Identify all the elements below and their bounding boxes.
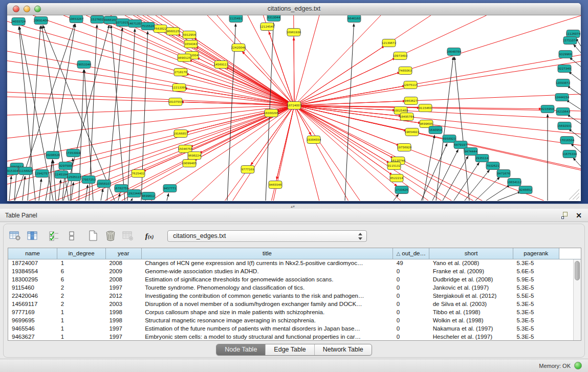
cell-in_degree[interactable]: 1 (57, 316, 106, 324)
cell-title[interactable]: Genome-wide association studies in ADHD. (141, 267, 393, 275)
function-icon[interactable]: f(x) (142, 229, 157, 243)
cell-pagerank[interactable]: 5.9E-5 (513, 275, 559, 283)
graph-node[interactable]: 9115460 (419, 104, 432, 112)
cell-name[interactable]: 9463627 (8, 333, 57, 341)
cell-pagerank[interactable]: 5.3E-5 (513, 259, 559, 267)
graph-node[interactable]: 12124549 (260, 23, 275, 31)
graph-node[interactable]: 9890125 (178, 54, 191, 62)
graph-node[interactable]: 10654112 (507, 179, 521, 186)
cell-title[interactable]: Tourette syndrome. Phenomenology and cla… (141, 283, 393, 292)
cell-year[interactable]: 2012 (105, 292, 141, 300)
cell-short[interactable]: Wolkin et al. (1998) (429, 316, 513, 324)
graph-node[interactable]: 9698224 (188, 152, 201, 160)
cell-year[interactable]: 2008 (105, 259, 141, 267)
cell-name[interactable]: 9777169 (8, 308, 57, 316)
cell-short[interactable]: Yano et al. (2008) (429, 259, 513, 267)
window-resize-grip-icon[interactable] (569, 189, 579, 200)
table-row[interactable]: 1872400712008Changes of HCN gene express… (8, 259, 581, 267)
network-graph-canvas[interactable]: 1872400712139672109734937485063129751159… (7, 15, 581, 201)
graph-node[interactable]: 9465546 (269, 181, 282, 189)
cell-out_de[interactable]: 0 (393, 300, 429, 308)
graph-node[interactable]: 1145194 (55, 171, 68, 179)
cell-in_degree[interactable]: 6 (57, 275, 106, 283)
graph-node[interactable]: 10653287 (69, 15, 84, 23)
tab-network-table[interactable]: Network Table (315, 344, 372, 355)
cell-out_de[interactable]: 49 (393, 259, 429, 267)
graph-node[interactable]: 14569117 (214, 61, 229, 69)
graph-node[interactable]: 12213399 (172, 84, 187, 92)
graph-node[interactable]: 9915304 (7, 167, 18, 175)
graph-node[interactable]: 9660125 (166, 28, 180, 35)
network-view-window[interactable]: citations_edges.txt 18724007121396721097… (7, 3, 581, 201)
cell-name[interactable]: 19384554 (8, 267, 57, 275)
graph-node[interactable]: 9227349 (558, 65, 571, 73)
cell-short[interactable]: Tibbo et al. (1998) (429, 308, 513, 316)
cell-in_degree[interactable]: 1 (57, 333, 106, 341)
cell-out_de[interactable]: 0 (393, 324, 429, 333)
table-row[interactable]: 1938455462009Genome-wide association stu… (8, 267, 581, 275)
graph-node[interactable]: 16648784 (447, 48, 462, 56)
graph-node[interactable]: 11156829 (18, 167, 33, 175)
window-titlebar[interactable]: citations_edges.txt (7, 3, 581, 15)
cell-out_de[interactable]: 0 (393, 316, 429, 324)
cell-title[interactable]: Changes of HCN gene expression and I(f) … (141, 259, 393, 267)
graph-node[interactable]: 12093872 (556, 79, 570, 87)
float-panel-icon[interactable] (561, 212, 569, 219)
graph-node[interactable]: 8699612 (142, 192, 155, 200)
graph-node[interactable]: 16782759 (114, 185, 129, 192)
table-row[interactable]: 946362711997Embryonic stem cells: a mode… (8, 333, 581, 341)
graph-node[interactable]: 14671355 (128, 20, 143, 28)
cell-in_degree[interactable]: 1 (57, 308, 106, 316)
graph-node[interactable]: 12505115 (67, 173, 82, 181)
tab-node-table[interactable]: Node Table (216, 344, 266, 355)
graph-node[interactable]: 19654923 (405, 128, 420, 136)
graph-node[interactable]: 9297588 (59, 162, 72, 170)
graph-node[interactable]: 9777169 (241, 166, 254, 173)
table-row[interactable]: 911546021997Tourette syndrome. Phenomeno… (8, 283, 581, 292)
cell-name[interactable]: 18300295 (8, 275, 57, 283)
select-columns-icon[interactable] (25, 229, 40, 243)
cell-year[interactable]: 2003 (105, 300, 141, 308)
graph-node[interactable]: 15751074 (563, 37, 578, 45)
graph-node[interactable]: 12444154 (555, 94, 570, 101)
cell-out_de[interactable]: 0 (393, 275, 429, 283)
graph-node[interactable]: 1654343 (184, 40, 198, 48)
tab-edge-table[interactable]: Edge Table (266, 344, 314, 355)
column-header-short[interactable]: short (429, 248, 513, 259)
graph-node[interactable]: 7515526 (141, 23, 155, 30)
cell-name[interactable]: 18724007 (8, 259, 57, 267)
cell-pagerank[interactable]: 5.3E-5 (513, 324, 559, 333)
cell-out_de[interactable]: 0 (393, 308, 429, 316)
close-panel-icon[interactable]: ✕ (576, 211, 582, 220)
graph-node[interactable]: 10958107 (97, 180, 112, 188)
graph-node[interactable]: 17016504 (560, 137, 575, 144)
graph-node[interactable]: 20691406 (34, 17, 49, 25)
cell-year[interactable]: 1997 (105, 333, 141, 341)
cell-in_degree[interactable]: 2 (57, 283, 106, 292)
cell-short[interactable]: Franke et al. (2009) (429, 267, 513, 275)
graph-node[interactable]: 1733426 (395, 186, 408, 194)
graph-node[interactable]: 2718176 (174, 69, 187, 76)
graph-node[interactable]: 12975115 (403, 81, 418, 89)
graph-node[interactable]: 1527602 (91, 16, 104, 24)
cell-pagerank[interactable]: 5.3E-5 (513, 283, 559, 292)
table-row[interactable]: 1456911722003Disruption of a novel membe… (8, 300, 581, 308)
graph-node[interactable]: 7663822 (154, 25, 167, 33)
graph-node[interactable]: 18107554 (168, 98, 183, 106)
graph-node[interactable]: 9457771 (163, 185, 177, 192)
table-row[interactable]: 977716911998Corpus callosum shape and si… (8, 308, 581, 316)
cell-pagerank[interactable]: 5.5E-5 (513, 292, 559, 300)
table-row[interactable]: 1830029562008Estimation of significance … (8, 275, 581, 283)
graph-node[interactable]: 8471676 (497, 170, 510, 178)
graph-node[interactable]: 18724007 (287, 102, 302, 110)
divider-grip-icon[interactable]: ▴▾ (291, 204, 295, 209)
cell-in_degree[interactable]: 1 (57, 324, 106, 333)
column-header-out_de[interactable]: △ out_de… (393, 248, 429, 259)
cell-short[interactable]: Jankovic et al. (1997) (429, 283, 513, 292)
graph-node[interactable]: 20206526 (46, 151, 60, 159)
column-header-name[interactable]: name (8, 248, 57, 259)
column-header-pagerank[interactable]: pagerank (513, 248, 559, 259)
cell-year[interactable]: 2008 (105, 275, 141, 283)
cell-pagerank[interactable]: 5.3E-5 (513, 316, 559, 324)
cell-short[interactable]: Dudbridge et al. (2008) (429, 275, 513, 283)
